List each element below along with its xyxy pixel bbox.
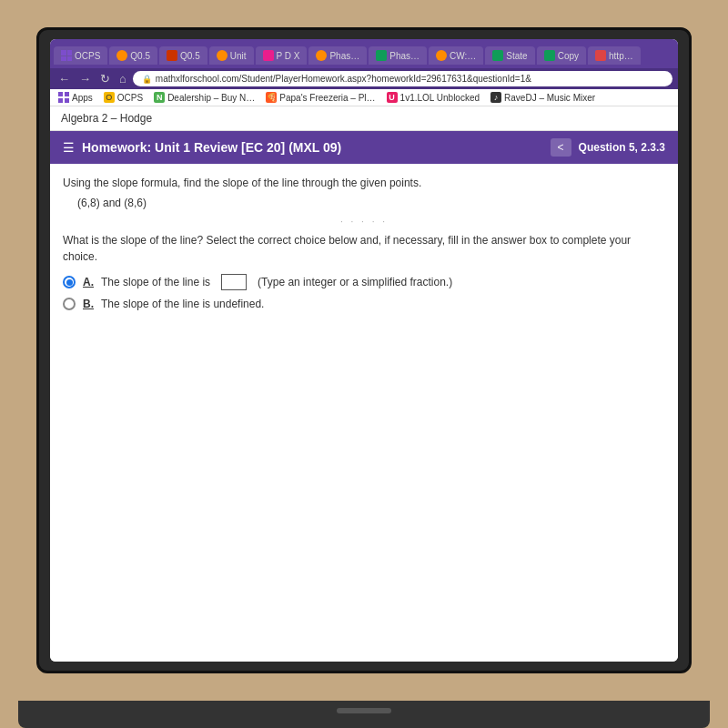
bookmark-1v1[interactable]: U 1v1.LOL Unblocked <box>384 91 482 104</box>
question-text: What is the slope of the line? Select th… <box>63 232 665 265</box>
bookmark-ravedj[interactable]: ♪ RaveDJ – Music Mixer <box>488 91 598 104</box>
question-label: Question 5, 2.3.3 <box>579 141 665 154</box>
screen-bezel: OCPS Q0.5 Q0.5 Unit P D X <box>50 39 678 662</box>
bookmark-ravedj-label: RaveDJ – Music Mixer <box>504 93 595 103</box>
reload-button[interactable]: ↻ <box>97 71 113 86</box>
content-area: Using the slope formula, find the slope … <box>50 164 678 662</box>
bookmark-apps-label: Apps <box>72 93 93 103</box>
answer-input-box[interactable] <box>221 274 247 290</box>
bookmark-1v1-label: 1v1.LOL Unblocked <box>400 93 480 103</box>
bookmark-papas-label: Papa's Freezeria – Pl… <box>279 93 375 103</box>
tab-state[interactable]: State <box>485 46 534 65</box>
radio-a[interactable] <box>63 276 76 288</box>
previous-question-button[interactable]: < <box>551 138 571 157</box>
tab-q05a[interactable]: Q0.5 <box>109 46 157 65</box>
address-bar-row: ← → ↻ ⌂ 🔒 mathxlforschool.com/Student/Pl… <box>50 68 678 89</box>
tab-bar: OCPS Q0.5 Q0.5 Unit P D X <box>50 39 678 68</box>
tab-http[interactable]: http… <box>588 46 641 65</box>
problem-instruction: Using the slope formula, find the slope … <box>63 175 665 191</box>
bookmark-ocps-label: OCPS <box>117 93 143 103</box>
tab-phase2[interactable]: Phas… <box>369 46 427 65</box>
laptop-base <box>18 701 710 728</box>
choice-a-text-before: The slope of the line is <box>101 276 210 288</box>
tab-q05b[interactable]: Q0.5 <box>159 46 207 65</box>
choice-b-text: The slope of the line is undefined. <box>101 298 264 310</box>
page-subject: Algebra 2 – Hodge <box>50 106 678 131</box>
menu-icon[interactable]: ☰ <box>63 140 75 155</box>
tab-phase1[interactable]: Phas… <box>308 46 367 65</box>
choice-a-row[interactable]: A. The slope of the line is (Type an int… <box>63 274 665 290</box>
laptop-frame: OCPS Q0.5 Q0.5 Unit P D X <box>36 27 692 673</box>
divider: · · · · · <box>63 217 665 227</box>
forward-button[interactable]: → <box>76 71 94 86</box>
tab-cw[interactable]: CW:… <box>429 46 483 65</box>
bookmark-dealership-label: Dealership – Buy N… <box>167 93 255 103</box>
browser-window: OCPS Q0.5 Q0.5 Unit P D X <box>50 39 678 662</box>
bookmark-dealership[interactable]: N Dealership – Buy N… <box>151 91 258 104</box>
problem-points: (6,8) and (8,6) <box>77 197 665 209</box>
tab-unit[interactable]: Unit <box>209 46 254 65</box>
choice-b-label: B. <box>83 298 94 310</box>
choice-b-row[interactable]: B. The slope of the line is undefined. <box>63 298 665 310</box>
homework-title: Homework: Unit 1 Review [EC 20] (MXL 09) <box>82 140 543 155</box>
homework-header: ☰ Homework: Unit 1 Review [EC 20] (MXL 0… <box>50 131 678 164</box>
tab-ocps[interactable]: OCPS <box>54 46 107 65</box>
tab-copy[interactable]: Copy <box>537 46 586 65</box>
url-text: mathxlforschool.com/Student/PlayerHomewo… <box>156 74 531 84</box>
bookmark-apps[interactable]: Apps <box>56 91 96 104</box>
bookmark-papas[interactable]: 🍕 Papa's Freezeria – Pl… <box>263 91 378 104</box>
address-bar[interactable]: 🔒 mathxlforschool.com/Student/PlayerHome… <box>133 71 672 86</box>
bookmark-ocps[interactable]: O OCPS <box>101 91 146 104</box>
home-button[interactable]: ⌂ <box>116 71 129 86</box>
lock-icon: 🔒 <box>142 75 152 84</box>
subject-text: Algebra 2 – Hodge <box>61 112 152 125</box>
choice-a-label: A. <box>83 276 94 288</box>
bookmarks-bar: Apps O OCPS N Dealership – Buy N… 🍕 Papa… <box>50 89 678 106</box>
tab-pd[interactable]: P D X <box>256 46 308 65</box>
radio-b[interactable] <box>63 298 76 310</box>
choice-a-text-after: (Type an integer or a simplified fractio… <box>258 276 452 288</box>
back-button[interactable]: ← <box>56 71 73 86</box>
